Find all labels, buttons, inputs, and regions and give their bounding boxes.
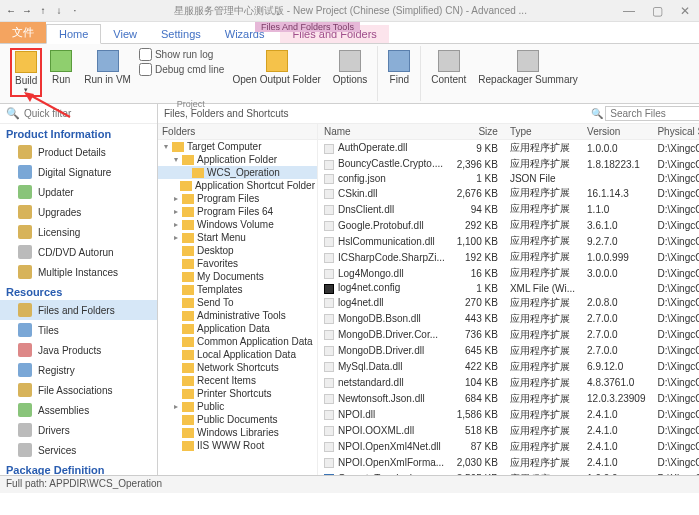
tree-item[interactable]: ▾Application Folder [158,153,317,166]
file-row[interactable]: MySql.Data.dll422 KB应用程序扩展6.9.12.0D:\Xin… [318,359,699,375]
tab-home[interactable]: Home [46,24,101,44]
tree-item[interactable]: Templates [158,283,317,296]
tree-item[interactable]: Network Shortcuts [158,361,317,374]
run-button[interactable]: Run [46,48,76,87]
qat-button[interactable]: · [68,4,82,18]
nav-item[interactable]: Licensing [0,222,157,242]
file-row[interactable]: NPOI.OpenXml4Net.dll87 KB应用程序扩展2.4.1.0D:… [318,439,699,455]
tree-item[interactable]: Local Application Data [158,348,317,361]
tree-expander[interactable]: ▸ [170,402,182,411]
tree-item[interactable]: Recent Items [158,374,317,387]
tree-expander[interactable]: ▸ [170,194,182,203]
file-row[interactable]: ICSharpCode.SharpZi...192 KB应用程序扩展1.0.0.… [318,249,699,265]
column-header[interactable]: Size [451,124,504,140]
find-button[interactable]: Find [384,48,414,87]
file-row[interactable]: MongoDB.Driver.Cor...736 KB应用程序扩展2.7.0.0… [318,327,699,343]
nav-item[interactable]: CD/DVD Autorun [0,242,157,262]
tree-expander[interactable]: ▸ [170,233,182,242]
nav-item[interactable]: Updater [0,182,157,202]
nav-item[interactable]: Digital Signature [0,162,157,182]
file-row[interactable]: NPOI.dll1,586 KB应用程序扩展2.4.1.0D:\XingcOpe [318,407,699,423]
column-header[interactable]: Name [318,124,451,140]
column-header[interactable]: Version [581,124,651,140]
tree-expander[interactable]: ▾ [170,155,182,164]
debug-cmd-check[interactable]: Debug cmd line [139,63,224,76]
tree-item[interactable]: Common Application Data [158,335,317,348]
close-button[interactable]: ✕ [675,4,695,18]
file-row[interactable]: Google.Protobuf.dll292 KB应用程序扩展3.6.1.0D:… [318,217,699,233]
nav-item[interactable]: Tiles [0,320,157,340]
file-row[interactable]: NPOI.OpenXmlForma...2,030 KB应用程序扩展2.4.1.… [318,455,699,471]
tree-item[interactable]: WCS_Operation [158,166,317,179]
nav-item[interactable]: File Associations [0,380,157,400]
file-row[interactable]: log4net.dll270 KB应用程序扩展2.0.8.0D:\XingcOp… [318,295,699,311]
file-row[interactable]: MongoDB.Driver.dll645 KB应用程序扩展2.7.0.0D:\… [318,343,699,359]
nav-item[interactable]: Drivers [0,420,157,440]
tree-item[interactable]: Public Documents [158,413,317,426]
file-row[interactable]: netstandard.dll104 KB应用程序扩展4.8.3761.0D:\… [318,375,699,391]
column-header[interactable]: Physical Sou [651,124,699,140]
nav-item[interactable]: Multiple Instances [0,262,157,282]
tree-item[interactable]: ▸Public [158,400,317,413]
qat-button[interactable]: ↑ [36,4,50,18]
repackager-button[interactable]: Repackager Summary [474,48,581,87]
content-button[interactable]: Content [427,48,470,87]
file-row[interactable]: log4net.config1 KBXML File (Wi...D:\Xing… [318,281,699,294]
tree-item[interactable]: Send To [158,296,317,309]
open-output-button[interactable]: Open Output Folder [228,48,324,87]
file-row[interactable]: NPOI.OOXML.dll518 KB应用程序扩展2.4.1.0D:\Xing… [318,423,699,439]
tree-expander[interactable]: ▸ [170,220,182,229]
file-row[interactable]: Newtonsoft.Json.dll684 KB应用程序扩展12.0.3.23… [318,391,699,407]
tree-item[interactable]: Printer Shortcuts [158,387,317,400]
tab-file[interactable]: 文件 [0,22,46,43]
tree-expander[interactable]: ▾ [160,142,172,151]
run-in-vm-button[interactable]: Run in VM [80,48,135,87]
tree-item[interactable]: Administrative Tools [158,309,317,322]
tree-item[interactable]: ▸Start Menu [158,231,317,244]
tree-item[interactable]: ▸Windows Volume [158,218,317,231]
nav-item[interactable]: Services [0,440,157,460]
tree-item[interactable]: ▸Program Files 64 [158,205,317,218]
tree-item[interactable]: My Documents [158,270,317,283]
tree-item[interactable]: Favorites [158,257,317,270]
build-button[interactable]: Build▾ [10,48,42,97]
tree-item[interactable]: Windows Libraries [158,426,317,439]
qat-button[interactable]: ↓ [52,4,66,18]
quick-filter[interactable]: 🔍 [0,104,157,124]
tab-settings[interactable]: Settings [149,25,213,43]
nav-item[interactable]: Upgrades [0,202,157,222]
files-search-input[interactable] [605,106,699,121]
column-header[interactable]: Type [504,124,581,140]
qat-button[interactable]: → [20,4,34,18]
nav-item[interactable]: Java Products [0,340,157,360]
file-row[interactable]: AuthOperate.dll9 KB应用程序扩展1.0.0.0D:\Xingc… [318,140,699,157]
tab-view[interactable]: View [101,25,149,43]
file-row[interactable]: MongoDB.Bson.dll443 KB应用程序扩展2.7.0.0D:\Xi… [318,311,699,327]
minimize-button[interactable]: — [619,4,639,18]
files-list: NameSizeTypeVersionPhysical Sou AuthOper… [318,124,699,475]
quick-filter-input[interactable] [24,108,151,119]
tree-item[interactable]: Desktop [158,244,317,257]
tree-item[interactable]: Application Data [158,322,317,335]
file-row[interactable]: DnsClient.dll94 KB应用程序扩展1.1.0D:\XingcOpe [318,201,699,217]
nav-item[interactable]: Assemblies [0,400,157,420]
maximize-button[interactable]: ▢ [647,4,667,18]
nav-item[interactable]: Registry [0,360,157,380]
tree-item[interactable]: Application Shortcut Folder [158,179,317,192]
tree-expander[interactable]: ▸ [170,207,182,216]
options-button[interactable]: Options [329,48,371,87]
tree-item[interactable]: ▸Program Files [158,192,317,205]
file-row[interactable]: Log4Mongo.dll16 KB应用程序扩展3.0.0.0D:\XingcO… [318,265,699,281]
qat-button[interactable]: ← [4,4,18,18]
file-row[interactable]: config.json1 KBJSON FileD:\XingcOpe [318,172,699,185]
nav-item[interactable]: Product Details [0,142,157,162]
tree-item[interactable]: ▾Target Computer [158,140,317,153]
show-run-log-check[interactable]: Show run log [139,48,224,61]
nav-item[interactable]: Files and Folders [0,300,157,320]
file-row[interactable]: HslCommunication.dll1,100 KB应用程序扩展9.2.7.… [318,233,699,249]
tree-item[interactable]: IIS WWW Root [158,439,317,452]
file-row[interactable]: BouncyCastle.Crypto....2,396 KB应用程序扩展1.8… [318,156,699,172]
file-row[interactable]: OperateTerminal.exe3,565 KB应用程序1.0.0.0D:… [318,471,699,475]
file-row[interactable]: CSkin.dll2,676 KB应用程序扩展16.1.14.3D:\Xingc… [318,185,699,201]
tree-label: Favorites [197,258,238,269]
